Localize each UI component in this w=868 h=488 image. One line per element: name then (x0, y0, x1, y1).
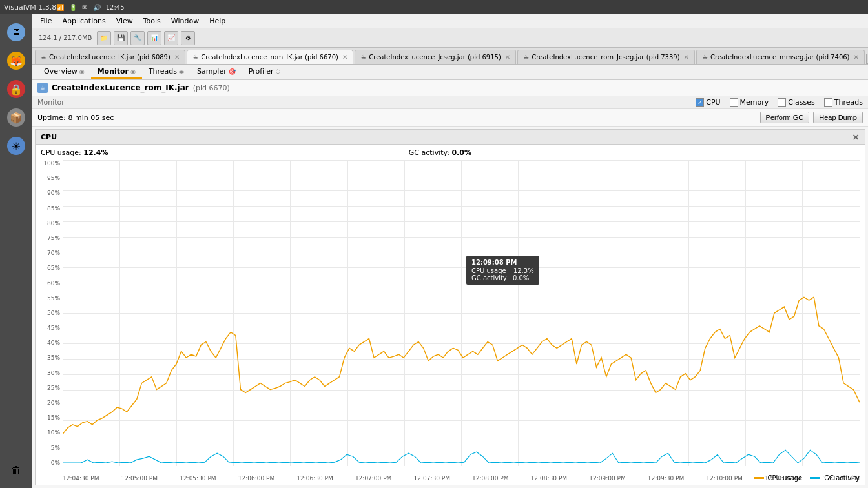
chart-title-bar: CPU × (36, 130, 865, 145)
tab-monitor[interactable]: Monitor ◉ (91, 65, 142, 79)
plot-area: 12:09:08 PM CPU usage 12.3% GC activity … (63, 160, 860, 466)
menubar: File Applications View Tools Window Help (32, 14, 868, 28)
toolbar-btn-4[interactable]: 📊 (147, 31, 161, 45)
legend: CPU usage GC activity (754, 474, 860, 482)
wifi-icon: 📶 (56, 4, 64, 11)
tabs-row: ☕ CreateIndexLucence_IK.jar (pid 6089) ✕… (32, 48, 868, 65)
tab-overview[interactable]: Overview ◉ (37, 65, 91, 79)
toolbar-btn-1[interactable]: 📁 (97, 31, 111, 45)
cpu-usage-display: CPU usage: 12.4% (41, 148, 108, 157)
trash-icon: 🗑 (7, 461, 25, 479)
cb-classes-label: Classes (788, 98, 814, 107)
cb-cpu[interactable]: ✓ CPU (696, 98, 720, 107)
uptime-label: Uptime: (37, 114, 66, 122)
cb-memory[interactable]: Memory (730, 98, 769, 107)
app-icon-4: ☀ (7, 137, 25, 155)
menu-view[interactable]: View (111, 15, 138, 26)
cb-threads[interactable]: Threads (824, 98, 863, 107)
process-name: CreateIndexLucence_rom_IK.jar (52, 83, 189, 92)
app-tabs: Overview ◉ Monitor ◉ Threads ◉ Sampler 🎯… (32, 65, 868, 80)
app-icon-3: 📦 (7, 108, 25, 127)
cb-threads-label: Threads (834, 98, 863, 107)
menu-file[interactable]: File (35, 15, 57, 26)
topbar: VisualVM 1.3.8 📶 🔋 ✉ 🔊 12:45 (0, 0, 868, 14)
sidebar-item-1[interactable]: 🦊 (3, 48, 29, 74)
tooltip-cpu: CPU usage 12.3% (471, 267, 534, 274)
uptime-value: 8 min 05 sec (68, 114, 114, 122)
gc-activity-display: GC activity: 0.0% (409, 148, 471, 157)
sidebar-item-3[interactable]: 📦 (3, 105, 29, 130)
menu-applications[interactable]: Applications (57, 15, 110, 26)
toolbar-btn-2[interactable]: 💾 (114, 31, 128, 45)
sidebar-item-2[interactable]: 🔒 (3, 76, 29, 102)
toolbar: 124.1 / 217.0MB 📁 💾 🔧 📊 📈 ⚙ (32, 28, 868, 48)
gc-activity-label: GC activity: (409, 148, 450, 157)
chart-close-button[interactable]: × (852, 132, 860, 142)
monitor-header: Monitor ✓ CPU Memory Classes Threads (32, 96, 868, 109)
visualvm-icon: 🖥 (7, 23, 25, 41)
legend-gc: GC activity (810, 474, 860, 482)
process-icon: ☕ (37, 83, 48, 93)
tab-profiler[interactable]: Profiler ⏱ (242, 65, 288, 79)
tab-3[interactable]: ☕ CreateIndexLucence_rom_Jcseg.jar (pid … (517, 50, 695, 64)
perform-gc-button[interactable]: Perform GC (760, 112, 810, 123)
cb-threads-box[interactable] (824, 98, 832, 107)
system-icons: 📶 🔋 ✉ 🔊 12:45 (56, 4, 124, 11)
tab-0[interactable]: ☕ CreateIndexLucence_IK.jar (pid 6089) ✕ (35, 50, 185, 64)
sidebar: 🖥 🦊 🔒 📦 ☀ 🗑 (0, 14, 32, 488)
volume-icon: 🔊 (93, 4, 101, 11)
menu-tools[interactable]: Tools (138, 15, 166, 26)
menu-window[interactable]: Window (166, 15, 204, 26)
tab-2[interactable]: ☕ CreateIndexLucence_Jcseg.jar (pid 6915… (355, 50, 516, 64)
monitor-checkboxes: ✓ CPU Memory Classes Threads (696, 98, 863, 107)
y-axis: 100% 95% 90% 85% 80% 75% 70% 65% 60% 55%… (36, 160, 63, 466)
uptime-row: Uptime: 8 min 05 sec Perform GC Heap Dum… (32, 109, 868, 127)
tooltip-gc-value: 0.0% (513, 274, 529, 281)
toolbar-btn-6[interactable]: ⚙ (181, 31, 195, 45)
cb-cpu-label: CPU (706, 98, 720, 107)
app-icon-2: 🔒 (7, 80, 25, 98)
chart-tooltip: 12:09:08 PM CPU usage 12.3% GC activity … (466, 256, 539, 285)
chart-svg (63, 160, 860, 466)
memory-label: 124.1 / 217.0MB (36, 34, 94, 41)
menu-help[interactable]: Help (204, 15, 231, 26)
chart-title: CPU (41, 133, 57, 141)
sidebar-item-visualvm[interactable]: 🖥 (3, 19, 29, 45)
app-icon-1: 🦊 (7, 52, 25, 70)
process-pid: (pid 6670) (193, 84, 230, 92)
tooltip-time: 12:09:08 PM (471, 259, 534, 266)
clock: 12:45 (106, 4, 125, 11)
gc-activity-value: 0.0% (451, 148, 471, 157)
cb-memory-label: Memory (740, 98, 769, 107)
chart-container: CPU × CPU usage: 12.4% GC activity: 0.0% (35, 129, 865, 485)
toolbar-btn-3[interactable]: 🔧 (130, 31, 145, 45)
battery-icon: 🔋 (69, 4, 77, 11)
toolbar-btn-5[interactable]: 📈 (164, 31, 178, 45)
tooltip-gc: GC activity 0.0% (471, 274, 534, 281)
tab-1[interactable]: ☕ CreateIndexLucence_rom_IK.jar (pid 667… (187, 50, 353, 64)
cb-classes[interactable]: Classes (778, 98, 814, 107)
tooltip-cpu-value: 12.3% (513, 267, 534, 274)
mail-icon: ✉ (82, 4, 87, 11)
sidebar-item-trash[interactable]: 🗑 (3, 457, 29, 483)
tab-sampler[interactable]: Sampler 🎯 (191, 65, 242, 79)
cb-memory-box[interactable] (730, 98, 738, 107)
cpu-usage-value: 12.4% (83, 148, 108, 157)
cpu-usage-label: CPU usage: (41, 148, 81, 157)
x-axis: 12:04:30 PM 12:05:00 PM 12:05:30 PM 12:0… (63, 475, 860, 482)
heap-dump-button[interactable]: Heap Dump (813, 112, 863, 123)
cb-classes-box[interactable] (778, 98, 786, 107)
cb-cpu-box[interactable]: ✓ (696, 98, 704, 107)
chart-inner: CPU usage: 12.4% GC activity: 0.0% 100% … (36, 145, 865, 484)
tab-threads[interactable]: Threads ◉ (142, 65, 191, 79)
legend-cpu: CPU usage (754, 474, 803, 482)
tab-4[interactable]: ☕ CreateIndexLucence_mmseg.jar (pid 7406… (696, 50, 865, 64)
app-title: VisualVM 1.3.8 (4, 3, 56, 12)
proc-header: ☕ CreateIndexLucence_rom_IK.jar (pid 667… (32, 80, 868, 96)
sidebar-item-4[interactable]: ☀ (3, 133, 29, 159)
monitor-label: Monitor (37, 98, 696, 107)
